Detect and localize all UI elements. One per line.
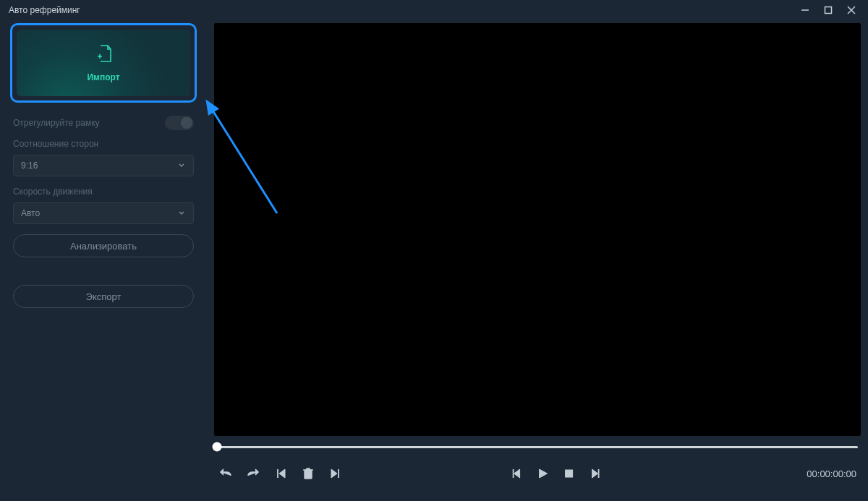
aspect-ratio-label: Соотношение сторон — [13, 139, 194, 149]
motion-speed-label: Скорость движения — [13, 187, 194, 197]
preview-column: 00:00:00:00 — [207, 20, 868, 501]
export-button[interactable]: Экспорт — [13, 285, 194, 308]
adjust-frame-row: Отрегулируйте рамку — [13, 116, 194, 130]
edit-controls — [218, 466, 343, 481]
player-bar: 00:00:00:00 — [214, 436, 861, 495]
import-button[interactable]: Импорт — [17, 30, 190, 96]
adjust-frame-toggle[interactable] — [165, 116, 194, 130]
adjust-frame-label: Отрегулируйте рамку — [13, 118, 100, 128]
time-display: 00:00:00:00 — [807, 468, 856, 479]
titlebar: Авто рефрейминг — [0, 0, 868, 20]
motion-speed-select[interactable]: Авто — [13, 202, 194, 224]
chevron-down-icon — [177, 208, 186, 219]
reframe-controls: Отрегулируйте рамку Соотношение сторон 9… — [10, 116, 197, 257]
svg-marker-16 — [540, 469, 548, 478]
scrubber-playhead[interactable] — [213, 442, 222, 452]
window-controls — [799, 4, 862, 17]
svg-rect-1 — [825, 7, 832, 14]
skip-forward-button[interactable] — [328, 466, 343, 481]
redo-button[interactable] — [246, 466, 260, 481]
aspect-ratio-select[interactable]: 9:16 — [13, 155, 194, 176]
delete-button[interactable] — [301, 466, 315, 481]
play-button[interactable] — [536, 466, 550, 481]
close-button[interactable] — [845, 4, 858, 17]
window-title: Авто рефрейминг — [6, 5, 80, 15]
main-area: Импорт Отрегулируйте рамку Соотношение с… — [0, 20, 868, 501]
svg-rect-17 — [566, 470, 573, 477]
app-window: Авто рефрейминг — [0, 0, 868, 501]
minimize-button[interactable] — [799, 4, 812, 17]
maximize-button[interactable] — [822, 4, 835, 17]
playback-controls — [510, 466, 603, 481]
svg-rect-8 — [305, 470, 312, 479]
import-highlight-box: Импорт — [10, 23, 197, 103]
svg-marker-14 — [514, 469, 520, 478]
motion-speed-value: Авто — [21, 208, 40, 218]
analyze-button[interactable]: Анализировать — [13, 234, 194, 257]
svg-marker-18 — [592, 469, 598, 478]
scrubber-track[interactable] — [217, 446, 858, 448]
stop-button[interactable] — [562, 466, 576, 481]
import-label: Импорт — [87, 72, 119, 82]
svg-marker-7 — [279, 469, 285, 478]
undo-button[interactable] — [218, 466, 233, 481]
svg-marker-12 — [331, 469, 337, 478]
prev-frame-button[interactable] — [510, 466, 524, 481]
timestamp: 00:00:00:00 — [807, 468, 856, 479]
sidebar: Импорт Отрегулируйте рамку Соотношение с… — [0, 20, 207, 501]
video-preview[interactable] — [214, 23, 861, 436]
skip-back-button[interactable] — [273, 466, 288, 481]
next-frame-button[interactable] — [588, 466, 603, 481]
player-toolbar: 00:00:00:00 — [214, 458, 861, 489]
export-section: Экспорт — [10, 285, 197, 308]
aspect-ratio-value: 9:16 — [21, 160, 38, 171]
import-file-icon — [93, 43, 114, 67]
scrubber[interactable] — [214, 436, 861, 458]
chevron-down-icon — [177, 160, 186, 171]
